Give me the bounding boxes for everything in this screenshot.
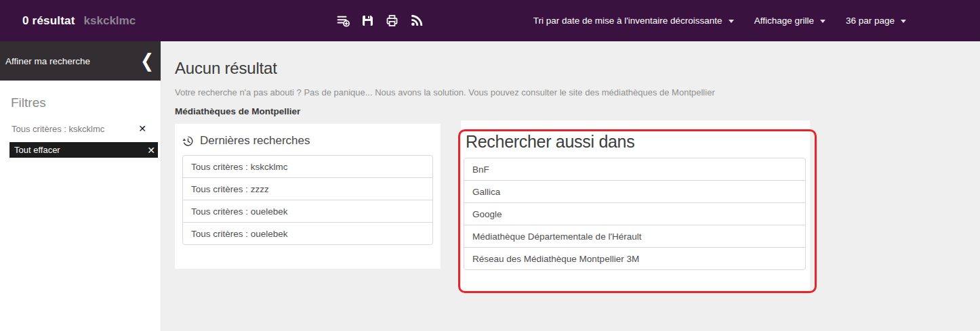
- refine-search-title: Affiner ma recherche: [5, 56, 90, 66]
- recent-searches-title: Dernières recherches: [200, 134, 310, 148]
- search-also-item-label: Médiathèque Départementale de l'Hérault: [472, 231, 641, 242]
- search-also-item-label: Réseau des Médiathèque Montpellier 3M: [472, 254, 639, 264]
- per-page-label: 36 par page: [846, 16, 895, 26]
- search-also-item[interactable]: BnF: [464, 158, 806, 181]
- results-view-controls: Tri par date de mise à l'inventaire décr…: [533, 0, 906, 41]
- recent-search-item[interactable]: Tous critères : ouelebek: [182, 222, 433, 245]
- caret-down-icon: [820, 20, 825, 23]
- no-result-message: Votre recherche n'a pas abouti ? Pas de …: [175, 87, 980, 97]
- search-also-item[interactable]: Gallica: [464, 180, 806, 203]
- search-also-card: Rechercher aussi dans BnF Gallica Google…: [461, 120, 810, 290]
- result-count: 0 résultat: [22, 14, 75, 28]
- refine-search-header[interactable]: Affiner ma recherche ❮: [0, 41, 161, 81]
- recent-search-item-label: Tous critères : kskcklmc: [191, 162, 288, 172]
- per-page-dropdown[interactable]: 36 par page: [846, 16, 906, 26]
- history-icon: [182, 135, 194, 147]
- clear-all-filters-button[interactable]: Tout effacer ✕: [9, 142, 158, 158]
- display-mode-dropdown[interactable]: Affichage grille: [754, 16, 825, 26]
- clear-all-label: Tout effacer: [14, 145, 60, 155]
- results-header-bar: 0 résultat kskcklmc: [0, 0, 980, 41]
- recent-searches-heading: Dernières recherches: [182, 134, 441, 148]
- search-also-item-label: Google: [472, 209, 502, 219]
- active-filter-label: Tous critères : kskcklmc: [12, 124, 104, 134]
- result-summary: 0 résultat kskcklmc: [22, 0, 136, 41]
- results-main-area: Aucun résultat Votre recherche n'a pas a…: [161, 41, 980, 331]
- filters-heading: Filtres: [11, 95, 161, 110]
- mediatheques-site-link[interactable]: Médiathèques de Montpellier: [175, 106, 300, 116]
- clear-all-icon: ✕: [147, 145, 155, 156]
- recent-search-item[interactable]: Tous critères : zzzz: [182, 177, 433, 200]
- results-toolbar: [336, 0, 424, 41]
- print-icon[interactable]: [385, 14, 399, 28]
- collapse-sidebar-icon[interactable]: ❮: [140, 51, 154, 70]
- refine-search-sidebar: Affiner ma recherche ❮ Filtres Tous crit…: [0, 41, 161, 331]
- page-title: Aucun résultat: [175, 59, 980, 78]
- search-also-item[interactable]: Médiathèque Départementale de l'Hérault: [464, 225, 806, 248]
- save-search-icon[interactable]: [361, 14, 375, 28]
- search-query-echo: kskcklmc: [84, 14, 136, 28]
- search-also-item[interactable]: Google: [464, 202, 806, 225]
- rss-feed-icon[interactable]: [409, 14, 424, 28]
- recent-search-item-label: Tous critères : zzzz: [191, 184, 269, 194]
- recent-search-item-label: Tous critères : ouelebek: [191, 229, 288, 239]
- recent-searches-list: Tous critères : kskcklmc Tous critères :…: [182, 155, 433, 245]
- display-mode-label: Affichage grille: [754, 16, 814, 26]
- recent-search-item[interactable]: Tous critères : kskcklmc: [182, 155, 433, 178]
- search-also-item[interactable]: Réseau des Médiathèque Montpellier 3M: [464, 247, 806, 270]
- recent-searches-card: Dernières recherches Tous critères : ksk…: [175, 124, 441, 269]
- recent-search-item[interactable]: Tous critères : ouelebek: [182, 200, 433, 223]
- search-also-title: Rechercher aussi dans: [466, 132, 810, 152]
- add-search-to-list-icon[interactable]: [336, 14, 350, 28]
- active-filter-row[interactable]: Tous critères : kskcklmc ✕: [12, 123, 146, 134]
- remove-filter-icon[interactable]: ✕: [138, 123, 146, 134]
- search-also-item-label: Gallica: [472, 187, 500, 197]
- search-also-list: BnF Gallica Google Médiathèque Départeme…: [464, 158, 806, 270]
- recent-search-item-label: Tous critères : ouelebek: [191, 206, 288, 217]
- sort-dropdown-label: Tri par date de mise à l'inventaire décr…: [533, 16, 722, 26]
- caret-down-icon: [729, 20, 734, 23]
- caret-down-icon: [901, 20, 906, 23]
- search-also-item-label: BnF: [472, 164, 489, 175]
- sort-dropdown[interactable]: Tri par date de mise à l'inventaire décr…: [533, 16, 734, 26]
